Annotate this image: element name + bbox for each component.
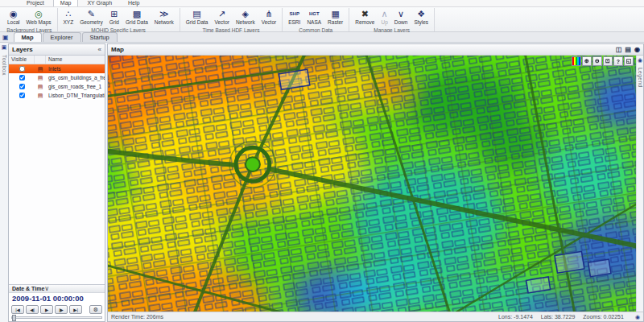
render-time-status: Render Time: 206ms (111, 314, 163, 320)
workspace: ▣ Toolbox Layers « Visible Name ▤ Inlets (0, 43, 644, 322)
zoom-in-icon[interactable]: ⊕ (582, 56, 592, 66)
move-layer-up-button[interactable]: ∧ Up (378, 8, 390, 27)
grid-button[interactable]: ⊞ Grid (107, 8, 122, 27)
zoom-window-icon[interactable]: ⊡ (603, 56, 613, 66)
nasa-hgt-button[interactable]: HGT NASA (304, 8, 324, 27)
hdf-vector2-button[interactable]: ⋔ Vector (259, 8, 279, 27)
last-frame-button[interactable]: ▶| (69, 305, 82, 314)
time-slider-handle[interactable] (12, 315, 16, 321)
visibility-checkbox[interactable] (19, 84, 25, 89)
grid-data-icon: ▩ (133, 9, 141, 19)
hdf-network-button[interactable]: ◈ Network (233, 8, 258, 27)
layer-row-inlets[interactable]: ▤ Inlets (9, 64, 105, 73)
local-button[interactable]: ◉ Local (5, 8, 23, 27)
network-icon: ≫ (159, 9, 169, 19)
status-bar: Render Time: 206ms Lons: -9.1474 Lats: 3… (108, 312, 643, 321)
time-settings-wrench-button[interactable]: ⚙ (89, 305, 102, 314)
document-tab-bar: ▣ Map Explorer Startup (0, 32, 644, 43)
layers-list-empty-area (9, 100, 105, 284)
map-panel-title: Map (111, 46, 124, 53)
export-image-icon[interactable]: ◫ (616, 46, 622, 54)
visibility-checkbox[interactable] (19, 75, 25, 80)
zoom-out-icon[interactable]: ⊖ (592, 56, 602, 66)
longitude-status: Lons: -9.1474 (498, 314, 533, 320)
geometry-button[interactable]: ✎ Geometry (77, 8, 105, 27)
zoom-status: Zooms: 0.02251 (583, 314, 624, 320)
layer-name: Lisbon_DTM_Triangulation_v4 (46, 92, 105, 99)
visibility-checkbox[interactable] (19, 93, 25, 98)
step-back-button[interactable]: ◀| (26, 305, 39, 314)
latitude-status: Lats: 38.7229 (541, 314, 575, 320)
ribbon-group-background-layers: ◉ Local ◎ Web Maps Background Layers (2, 8, 58, 31)
legend-vertical-tab[interactable]: Legend (638, 68, 643, 88)
dtm-city-map-rendering (108, 56, 636, 312)
menu-tab-xy-graph[interactable]: XY Graph (80, 0, 119, 6)
tab-explorer[interactable]: Explorer (43, 32, 81, 42)
collapse-datetime-icon[interactable]: ∨ (44, 285, 49, 293)
grid-data-button[interactable]: ▩ Grid Data (123, 8, 151, 27)
xyz-points-icon: ∴ (65, 9, 71, 19)
hdf-vector-button[interactable]: ↗ Vector (212, 8, 231, 27)
layer-row-dtm-triangulation[interactable]: ▤ Lisbon_DTM_Triangulation_v4 (9, 91, 105, 100)
trash-icon: ✖ (361, 9, 369, 19)
toolbox-icon[interactable]: ▣ (2, 44, 7, 51)
play-button[interactable]: ▶ (40, 305, 53, 314)
hdf-network-icon: ◈ (242, 9, 249, 19)
datetime-panel-header: Date & Time ∨ (9, 284, 105, 293)
hdf-grid-data-button[interactable]: ▤ Grid Data (184, 8, 211, 27)
first-frame-button[interactable]: |◀ (11, 305, 24, 314)
column-visible: Visible (9, 56, 35, 64)
esri-shp-button[interactable]: SHP ESRI (286, 8, 303, 27)
xyz-button[interactable]: ∴ XYZ (61, 8, 76, 27)
network-button[interactable]: ≫ Network (152, 8, 176, 27)
visibility-checkbox[interactable] (19, 66, 25, 72)
menu-tab-help[interactable]: Help (121, 0, 147, 6)
menu-bar: Project Map XY Graph Help (0, 0, 644, 7)
move-layer-down-button[interactable]: ∨ Down (392, 8, 411, 27)
ribbon-toolbar: ◉ Local ◎ Web Maps Background Layers ∴ X… (0, 7, 644, 32)
layer-type-icon: ▤ (35, 83, 46, 91)
hdf-grid-data-icon: ▤ (192, 9, 200, 19)
help-icon[interactable]: ? (613, 56, 623, 66)
legend-icon[interactable]: ◉ (638, 57, 642, 64)
collapse-panel-icon[interactable]: « (98, 46, 101, 54)
web-maps-button[interactable]: ◎ Web Maps (24, 8, 54, 27)
toolbox-vertical-tab[interactable]: Toolbox (2, 55, 7, 76)
layer-row-roads[interactable]: ▤ gis_osm_roads_free_1 (9, 82, 105, 91)
layer-name: Inlets (46, 65, 105, 72)
nasa-hgt-icon: HGT (309, 9, 320, 19)
colormap-icon[interactable] (572, 56, 581, 66)
raster-icon: ▦ (331, 9, 339, 19)
ribbon-group-mohid-specific-layers: ∴ XYZ ✎ Geometry ⊞ Grid ▩ Grid Data ≫ (58, 8, 180, 31)
grid-icon: ⊞ (110, 9, 118, 19)
step-forward-button[interactable]: |▶ (55, 305, 68, 314)
menu-tab-map[interactable]: Map (53, 0, 79, 6)
time-slider-track[interactable] (11, 316, 102, 319)
left-dock-strip: ▣ Toolbox (0, 43, 8, 322)
settings-icon[interactable]: ◉ (634, 46, 640, 54)
map-panel: Map ◫ ▤ ◉ (107, 43, 644, 322)
time-playback-controls: |◀ ◀| ▶ |▶ ▶| ⚙ (9, 304, 105, 315)
styles-button[interactable]: ❖ Styles (411, 8, 431, 27)
remove-layer-button[interactable]: ✖ Remove (353, 8, 377, 27)
esri-shp-icon: SHP (290, 9, 299, 19)
button-label: Local (7, 19, 20, 26)
layers-table-header: Visible Name (9, 56, 105, 64)
layer-type-icon: ▤ (35, 92, 46, 100)
layer-type-icon: ▤ (35, 74, 46, 82)
ribbon-group-time-based-hdf-layers: ▤ Grid Data ↗ Vector ◈ Network ⋔ Vector … (180, 8, 283, 31)
fullscreen-icon[interactable]: ◱ (624, 56, 634, 66)
column-icon (35, 56, 46, 64)
globe-local-icon: ◉ (10, 9, 18, 19)
tab-map[interactable]: Map (14, 32, 42, 42)
layers-panel-title: Layers (12, 46, 33, 53)
raster-button[interactable]: ▦ Raster (325, 8, 345, 27)
hdf-vector-antenna-icon: ⋔ (265, 9, 272, 19)
map-viewport[interactable]: ⊕ ⊖ ⊡ ? ◱ (108, 56, 636, 312)
print-icon[interactable]: ▤ (625, 46, 631, 54)
layer-row-buildings[interactable]: ▤ gis_osm_buildings_a_free_1 (9, 73, 105, 82)
down-arrow-icon: ∨ (398, 9, 404, 19)
tab-startup[interactable]: Startup (82, 32, 118, 42)
menu-tab-project[interactable]: Project (19, 0, 52, 6)
ribbon-group-common-data: SHP ESRI HGT NASA ▦ Raster Common Data (283, 8, 349, 31)
